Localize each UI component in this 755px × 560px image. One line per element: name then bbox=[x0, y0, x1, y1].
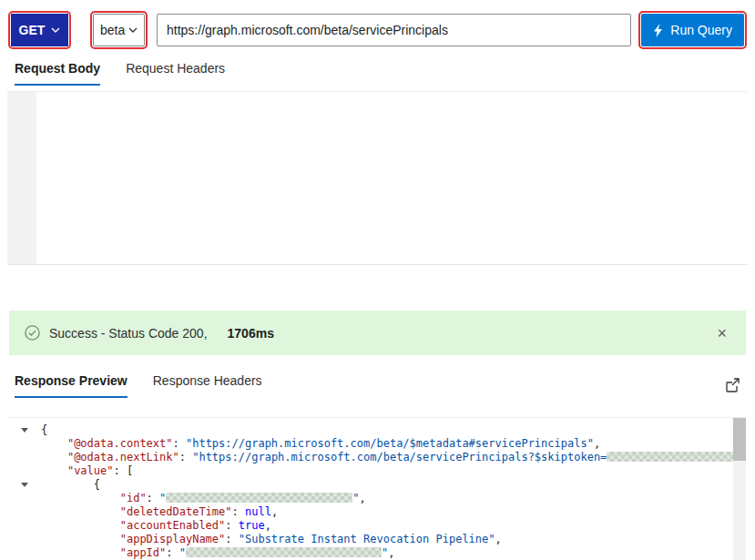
code-token: { bbox=[41, 423, 47, 436]
code-token bbox=[41, 533, 120, 545]
request-tabs: Request Body Request Headers bbox=[15, 56, 250, 86]
lightning-bolt-icon bbox=[653, 24, 663, 37]
code-token: "https://graph.microsoft.com/beta/servic… bbox=[192, 451, 607, 463]
code-token: "@odata.nextLink" bbox=[67, 451, 179, 463]
code-token bbox=[41, 464, 67, 477]
code-token: true bbox=[239, 519, 265, 532]
response-tabs: Response Preview Response Headers bbox=[15, 368, 288, 398]
code-token: : bbox=[173, 437, 186, 450]
close-icon[interactable]: × bbox=[713, 323, 730, 343]
http-method-dropdown[interactable]: GET bbox=[11, 14, 68, 46]
redacted-block bbox=[166, 493, 352, 503]
code-token: "accountEnabled" bbox=[120, 519, 226, 532]
code-token: : bbox=[166, 546, 179, 559]
code-token: : [ bbox=[113, 464, 133, 477]
request-bar: GET beta Run Query bbox=[8, 11, 747, 49]
tab-request-headers[interactable]: Request Headers bbox=[126, 56, 225, 86]
editor-gutter bbox=[7, 92, 36, 264]
code-line: "accountEnabled": true, bbox=[9, 519, 733, 533]
code-token: null bbox=[245, 505, 271, 518]
code-token: , bbox=[388, 546, 394, 559]
tab-request-body[interactable]: Request Body bbox=[15, 56, 100, 86]
code-line: "@odata.context": "https://graph.microso… bbox=[9, 437, 733, 451]
api-version-label: beta bbox=[100, 23, 125, 37]
code-line: { bbox=[9, 423, 733, 437]
code-token: : bbox=[179, 451, 192, 463]
code-line: "id": "", bbox=[9, 492, 733, 505]
code-token: "id" bbox=[120, 492, 147, 504]
code-token: " bbox=[352, 492, 359, 504]
share-button[interactable] bbox=[721, 374, 743, 399]
share-icon bbox=[723, 376, 741, 394]
code-token bbox=[41, 478, 94, 491]
code-line: "value": [ bbox=[9, 464, 733, 478]
run-query-label: Run Query bbox=[670, 23, 732, 37]
code-token: "deletedDateTime" bbox=[120, 505, 232, 518]
code-line: "@odata.nextLink": "https://graph.micros… bbox=[9, 451, 733, 464]
annotation-method-highlight: GET bbox=[8, 11, 71, 49]
code-line: "deletedDateTime": null, bbox=[9, 505, 733, 519]
status-duration: 1706ms bbox=[228, 326, 274, 341]
code-token bbox=[41, 437, 67, 450]
redacted-block bbox=[186, 547, 382, 557]
code-token: , bbox=[265, 519, 271, 532]
http-method-label: GET bbox=[19, 23, 46, 37]
annotation-run-query-highlight: Run Query bbox=[638, 11, 747, 49]
code-token: , bbox=[495, 533, 502, 545]
code-token bbox=[41, 519, 120, 532]
code-token: , bbox=[360, 492, 366, 504]
code-token bbox=[41, 505, 120, 518]
code-token: : bbox=[232, 505, 245, 518]
code-token: , bbox=[271, 505, 278, 518]
run-query-button[interactable]: Run Query bbox=[641, 14, 744, 46]
code-token: : bbox=[147, 492, 159, 504]
tab-response-headers[interactable]: Response Headers bbox=[153, 368, 262, 398]
api-version-dropdown[interactable]: beta bbox=[93, 14, 145, 46]
code-token: , bbox=[594, 437, 600, 450]
code-token: "https://graph.microsoft.com/beta/$metad… bbox=[186, 437, 594, 450]
code-token: "appDisplayName" bbox=[120, 533, 226, 545]
code-token: "value" bbox=[67, 464, 114, 477]
code-token: "Substrate Instant Revocation Pipeline" bbox=[239, 533, 495, 545]
status-message: Success - Status Code 200, bbox=[49, 326, 208, 341]
code-token bbox=[41, 451, 67, 463]
status-banner: Success - Status Code 200, 1706ms × bbox=[9, 311, 746, 355]
checkmark-circle-icon bbox=[25, 325, 40, 341]
code-line: { bbox=[9, 478, 733, 492]
code-token bbox=[41, 492, 120, 504]
chevron-down-icon bbox=[128, 27, 138, 33]
code-line: "appDisplayName": "Substrate Instant Rev… bbox=[9, 533, 733, 546]
code-token: " bbox=[159, 492, 166, 504]
annotation-version-highlight: beta bbox=[90, 11, 148, 49]
code-token: "@odata.context" bbox=[67, 437, 173, 450]
request-body-editor[interactable] bbox=[7, 91, 747, 265]
fold-triangle-icon[interactable] bbox=[21, 483, 28, 487]
fold-triangle-icon[interactable] bbox=[21, 428, 28, 433]
code-token: " bbox=[179, 546, 186, 559]
scrollbar-thumb[interactable] bbox=[733, 418, 746, 461]
code-token: : bbox=[225, 533, 238, 545]
code-token bbox=[41, 546, 120, 559]
redacted-block bbox=[607, 452, 733, 462]
response-preview-editor[interactable]: { "@odata.context": "https://graph.micro… bbox=[9, 417, 746, 560]
tab-response-preview[interactable]: Response Preview bbox=[15, 368, 128, 398]
code-line: "appId": "", bbox=[9, 546, 733, 560]
code-token: : bbox=[225, 519, 238, 532]
code-token: "appId" bbox=[120, 546, 167, 559]
request-url-input[interactable] bbox=[157, 14, 631, 46]
chevron-down-icon bbox=[51, 27, 60, 33]
vertical-scrollbar[interactable] bbox=[733, 418, 746, 560]
code-lines: { "@odata.context": "https://graph.micro… bbox=[9, 423, 733, 560]
code-token: { bbox=[94, 478, 100, 491]
